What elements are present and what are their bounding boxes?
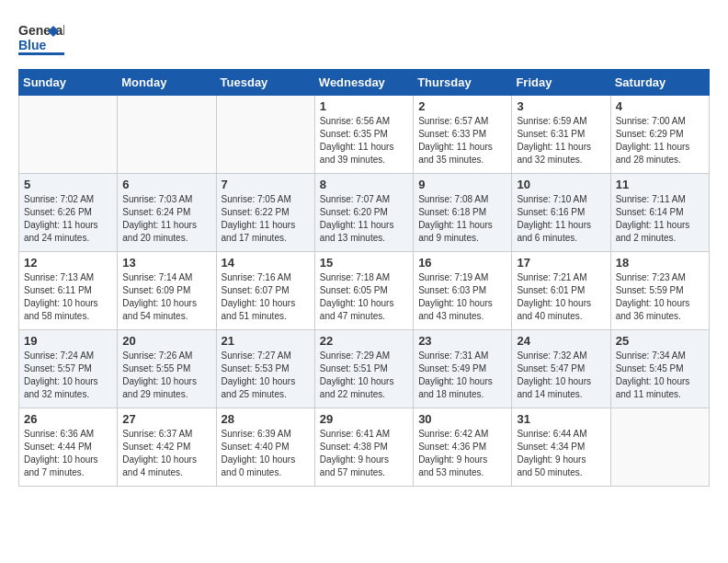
day-number: 8 — [320, 178, 408, 191]
day-info: Sunrise: 6:37 AM Sunset: 4:42 PM Dayligh… — [122, 428, 210, 479]
calendar-header-day: Tuesday — [216, 70, 314, 96]
calendar-cell: 6Sunrise: 7:03 AM Sunset: 6:24 PM Daylig… — [118, 174, 216, 252]
calendar-header-day: Friday — [512, 70, 610, 96]
day-info: Sunrise: 7:29 AM Sunset: 5:51 PM Dayligh… — [320, 350, 408, 401]
day-number: 26 — [24, 412, 112, 426]
day-number: 12 — [24, 256, 112, 270]
calendar-cell: 20Sunrise: 7:26 AM Sunset: 5:55 PM Dayli… — [118, 330, 216, 408]
calendar-cell — [216, 96, 314, 174]
day-info: Sunrise: 7:31 AM Sunset: 5:49 PM Dayligh… — [418, 350, 506, 401]
calendar-week-row: 1Sunrise: 6:56 AM Sunset: 6:35 PM Daylig… — [19, 96, 710, 174]
logo-svg: General Blue — [18, 18, 64, 60]
calendar-header-day: Wednesday — [314, 70, 413, 96]
day-number: 28 — [222, 412, 310, 426]
calendar-header-day: Thursday — [414, 70, 512, 96]
calendar-cell: 7Sunrise: 7:05 AM Sunset: 6:22 PM Daylig… — [216, 174, 314, 252]
calendar-cell: 14Sunrise: 7:16 AM Sunset: 6:07 PM Dayli… — [216, 252, 314, 330]
day-number: 19 — [24, 334, 112, 348]
calendar-cell: 22Sunrise: 7:29 AM Sunset: 5:51 PM Dayli… — [314, 330, 413, 408]
day-info: Sunrise: 7:10 AM Sunset: 6:16 PM Dayligh… — [517, 193, 605, 245]
day-number: 3 — [517, 99, 605, 113]
day-number: 24 — [517, 334, 605, 348]
day-info: Sunrise: 7:27 AM Sunset: 5:53 PM Dayligh… — [222, 350, 310, 401]
day-info: Sunrise: 7:14 AM Sunset: 6:09 PM Dayligh… — [122, 271, 210, 323]
calendar-cell: 1Sunrise: 6:56 AM Sunset: 6:35 PM Daylig… — [314, 96, 413, 174]
calendar-cell: 31Sunrise: 6:44 AM Sunset: 4:34 PM Dayli… — [512, 408, 610, 487]
day-number: 1 — [320, 99, 408, 113]
day-info: Sunrise: 7:05 AM Sunset: 6:22 PM Dayligh… — [222, 193, 310, 245]
calendar-cell: 28Sunrise: 6:39 AM Sunset: 4:40 PM Dayli… — [216, 408, 314, 487]
day-number: 15 — [320, 256, 408, 270]
day-number: 22 — [320, 334, 408, 348]
calendar-cell: 27Sunrise: 6:37 AM Sunset: 4:42 PM Dayli… — [118, 408, 216, 487]
calendar-week-row: 12Sunrise: 7:13 AM Sunset: 6:11 PM Dayli… — [19, 252, 710, 330]
day-info: Sunrise: 6:59 AM Sunset: 6:31 PM Dayligh… — [517, 115, 605, 167]
day-number: 23 — [418, 334, 506, 348]
calendar-table: SundayMondayTuesdayWednesdayThursdayFrid… — [18, 69, 710, 487]
calendar-cell: 11Sunrise: 7:11 AM Sunset: 6:14 PM Dayli… — [610, 174, 709, 252]
day-info: Sunrise: 7:00 AM Sunset: 6:29 PM Dayligh… — [616, 115, 704, 167]
calendar-header-day: Monday — [118, 70, 216, 96]
day-info: Sunrise: 7:03 AM Sunset: 6:24 PM Dayligh… — [122, 193, 210, 245]
calendar-cell: 8Sunrise: 7:07 AM Sunset: 6:20 PM Daylig… — [314, 174, 413, 252]
day-number: 25 — [616, 334, 704, 348]
day-info: Sunrise: 7:23 AM Sunset: 5:59 PM Dayligh… — [616, 271, 704, 323]
day-number: 7 — [222, 178, 310, 191]
calendar-cell — [19, 96, 118, 174]
calendar-cell: 29Sunrise: 6:41 AM Sunset: 4:38 PM Dayli… — [314, 408, 413, 487]
calendar-cell: 2Sunrise: 6:57 AM Sunset: 6:33 PM Daylig… — [414, 96, 512, 174]
day-info: Sunrise: 7:26 AM Sunset: 5:55 PM Dayligh… — [122, 350, 210, 401]
day-number: 21 — [222, 334, 310, 348]
calendar-cell: 5Sunrise: 7:02 AM Sunset: 6:26 PM Daylig… — [19, 174, 118, 252]
day-info: Sunrise: 6:42 AM Sunset: 4:36 PM Dayligh… — [418, 428, 506, 479]
calendar-cell: 21Sunrise: 7:27 AM Sunset: 5:53 PM Dayli… — [216, 330, 314, 408]
day-number: 17 — [517, 256, 605, 270]
day-info: Sunrise: 7:34 AM Sunset: 5:45 PM Dayligh… — [616, 350, 704, 401]
day-info: Sunrise: 7:08 AM Sunset: 6:18 PM Dayligh… — [418, 193, 506, 245]
calendar-cell: 26Sunrise: 6:36 AM Sunset: 4:44 PM Dayli… — [19, 408, 118, 487]
day-info: Sunrise: 6:57 AM Sunset: 6:33 PM Dayligh… — [418, 115, 506, 167]
day-info: Sunrise: 6:56 AM Sunset: 6:35 PM Dayligh… — [320, 115, 408, 167]
logo: General Blue — [18, 18, 64, 60]
calendar-cell: 16Sunrise: 7:19 AM Sunset: 6:03 PM Dayli… — [414, 252, 512, 330]
day-number: 31 — [517, 412, 605, 426]
calendar-cell: 13Sunrise: 7:14 AM Sunset: 6:09 PM Dayli… — [118, 252, 216, 330]
day-number: 13 — [122, 256, 210, 270]
day-number: 30 — [418, 412, 506, 426]
day-info: Sunrise: 7:18 AM Sunset: 6:05 PM Dayligh… — [320, 271, 408, 323]
calendar-cell: 10Sunrise: 7:10 AM Sunset: 6:16 PM Dayli… — [512, 174, 610, 252]
day-info: Sunrise: 7:02 AM Sunset: 6:26 PM Dayligh… — [24, 193, 112, 245]
calendar-cell: 9Sunrise: 7:08 AM Sunset: 6:18 PM Daylig… — [414, 174, 512, 252]
day-info: Sunrise: 7:07 AM Sunset: 6:20 PM Dayligh… — [320, 193, 408, 245]
svg-text:Blue: Blue — [18, 38, 47, 52]
day-number: 6 — [122, 178, 210, 191]
calendar-week-row: 26Sunrise: 6:36 AM Sunset: 4:44 PM Dayli… — [19, 408, 710, 487]
day-info: Sunrise: 6:39 AM Sunset: 4:40 PM Dayligh… — [222, 428, 310, 479]
calendar-cell: 15Sunrise: 7:18 AM Sunset: 6:05 PM Dayli… — [314, 252, 413, 330]
calendar-cell: 4Sunrise: 7:00 AM Sunset: 6:29 PM Daylig… — [610, 96, 709, 174]
day-number: 4 — [616, 99, 704, 113]
day-info: Sunrise: 6:41 AM Sunset: 4:38 PM Dayligh… — [320, 428, 408, 479]
day-number: 5 — [24, 178, 112, 191]
calendar-cell: 18Sunrise: 7:23 AM Sunset: 5:59 PM Dayli… — [610, 252, 709, 330]
day-number: 27 — [122, 412, 210, 426]
calendar-cell: 17Sunrise: 7:21 AM Sunset: 6:01 PM Dayli… — [512, 252, 610, 330]
day-number: 16 — [418, 256, 506, 270]
day-info: Sunrise: 6:44 AM Sunset: 4:34 PM Dayligh… — [517, 428, 605, 479]
day-info: Sunrise: 7:13 AM Sunset: 6:11 PM Dayligh… — [24, 271, 112, 323]
calendar-header-day: Sunday — [19, 70, 118, 96]
day-number: 29 — [320, 412, 408, 426]
calendar-cell: 23Sunrise: 7:31 AM Sunset: 5:49 PM Dayli… — [414, 330, 512, 408]
calendar-cell — [610, 408, 709, 487]
day-info: Sunrise: 6:36 AM Sunset: 4:44 PM Dayligh… — [24, 428, 112, 479]
day-info: Sunrise: 7:24 AM Sunset: 5:57 PM Dayligh… — [24, 350, 112, 401]
calendar-header-row: SundayMondayTuesdayWednesdayThursdayFrid… — [19, 70, 710, 96]
page-header: General Blue — [18, 18, 710, 60]
day-number: 18 — [616, 256, 704, 270]
day-number: 14 — [222, 256, 310, 270]
day-number: 20 — [122, 334, 210, 348]
calendar-cell: 24Sunrise: 7:32 AM Sunset: 5:47 PM Dayli… — [512, 330, 610, 408]
calendar-cell: 19Sunrise: 7:24 AM Sunset: 5:57 PM Dayli… — [19, 330, 118, 408]
day-info: Sunrise: 7:16 AM Sunset: 6:07 PM Dayligh… — [222, 271, 310, 323]
svg-rect-3 — [18, 52, 64, 55]
